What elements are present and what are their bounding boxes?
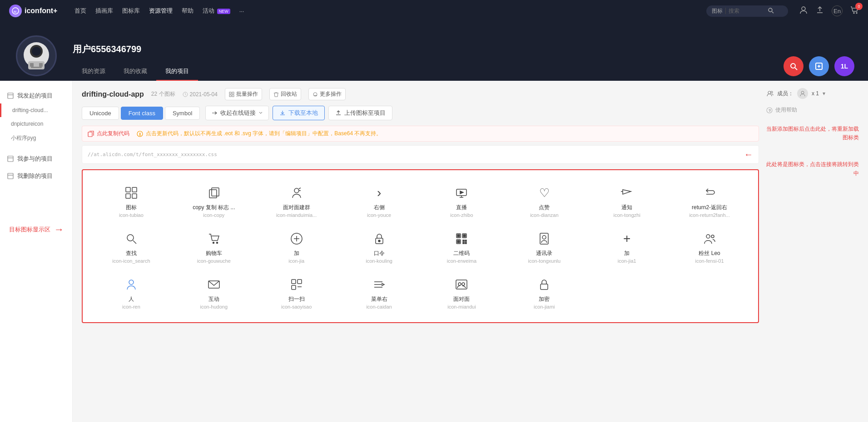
icon-item-scan[interactable]: 扫一扫 icon-saoyisao bbox=[255, 269, 338, 315]
icon-code-dianzan: icon-dianzan bbox=[530, 212, 558, 218]
icon-code-zhibo: icon-zhibo bbox=[450, 212, 473, 218]
upload-icon[interactable] bbox=[815, 5, 824, 17]
sidebar-item-joined-projects[interactable]: 我参与的项目 bbox=[0, 151, 72, 167]
svg-point-5 bbox=[853, 12, 854, 13]
members-label: 成员： bbox=[777, 90, 794, 98]
project-header: drifting-cloud-app 22 个图标 2021-05-04 批量操… bbox=[82, 88, 759, 100]
icon-item-mianduimia[interactable]: 面对面建群 icon-mianduimia... bbox=[255, 177, 338, 223]
icon-item-zhibo[interactable]: 直播 icon-zhibo bbox=[421, 177, 503, 223]
icon-symbol-search bbox=[124, 231, 138, 247]
sidebar-item-dnpictureicon[interactable]: dnpictureicon bbox=[0, 117, 72, 131]
icon-item-jia[interactable]: 加 icon-jia bbox=[255, 223, 338, 269]
sidebar-item-drifting-cloud[interactable]: drifting-cloud... bbox=[0, 103, 72, 117]
icon-item-erweima[interactable]: 二维码 icon-erweima bbox=[421, 223, 503, 269]
icon-symbol-fensi bbox=[703, 231, 716, 247]
search-type-select[interactable]: 图标 bbox=[712, 7, 723, 15]
icon-item-search[interactable]: 查找 icon-icon_search bbox=[90, 223, 173, 269]
icon-item-miandui[interactable]: 面对面 icon-miandui bbox=[421, 269, 503, 315]
sidebar-item-deleted-projects[interactable]: 我删除的项目 bbox=[0, 168, 72, 184]
svg-point-48 bbox=[127, 235, 134, 241]
svg-point-86 bbox=[801, 91, 804, 94]
tab-font-class[interactable]: Font class bbox=[121, 107, 163, 120]
tab-symbol[interactable]: Symbol bbox=[165, 107, 200, 120]
nav-activity[interactable]: 活动 NEW bbox=[203, 7, 230, 15]
svg-point-68 bbox=[542, 236, 546, 239]
svg-rect-61 bbox=[463, 235, 466, 237]
tab-my-projects[interactable]: 我的项目 bbox=[156, 63, 198, 81]
icon-item-copy[interactable]: copy 复制 标志 ... icon-copy bbox=[173, 177, 255, 223]
float-user-button[interactable]: 1L bbox=[834, 56, 854, 76]
svg-rect-37 bbox=[209, 190, 217, 198]
upload-icons-btn[interactable]: 上传图标至项目 bbox=[328, 106, 392, 120]
icon-item-hudong[interactable]: 互动 icon-hudong bbox=[173, 269, 255, 315]
link-dropdown[interactable]: 收起在线链接 bbox=[205, 106, 269, 120]
nav-icons[interactable]: 图标库 bbox=[122, 7, 140, 15]
user-icon[interactable] bbox=[799, 5, 808, 17]
icon-symbol-mianduimia bbox=[290, 185, 303, 201]
icon-name-mianduimia: 面对面建群 bbox=[283, 204, 310, 211]
float-search-button[interactable] bbox=[784, 56, 804, 76]
icon-area-container: 目标图标显示区 → 图标 icon-tubiao bbox=[82, 169, 759, 323]
nav-help[interactable]: 帮助 bbox=[182, 7, 193, 15]
tab-my-resources[interactable]: 我的资源 bbox=[73, 63, 114, 81]
icon-symbol-youce: › bbox=[377, 185, 381, 201]
icon-symbol-erweima bbox=[455, 231, 468, 247]
batch-action-btn[interactable]: 批量操作 bbox=[225, 88, 262, 100]
tab-my-favorites[interactable]: 我的收藏 bbox=[114, 63, 156, 81]
tab-unicode[interactable]: Unicode bbox=[82, 107, 119, 120]
icon-name-jiami: 加密 bbox=[539, 295, 550, 303]
icon-item-ren[interactable]: 人 icon-ren bbox=[90, 269, 173, 315]
download-btn[interactable]: 下载至本地 bbox=[273, 106, 325, 120]
icon-code-return2: icon-return2fanh... bbox=[689, 212, 729, 218]
search-divider bbox=[725, 8, 726, 14]
nav-home[interactable]: 首页 bbox=[74, 7, 86, 15]
profile-username: 用户6556346799 bbox=[73, 43, 868, 55]
svg-rect-26 bbox=[229, 95, 231, 97]
icon-item-tubiao[interactable]: 图标 icon-tubiao bbox=[90, 177, 173, 223]
help-btn[interactable]: ? 使用帮助 bbox=[766, 106, 859, 114]
icon-name-return2: return2-返回右 bbox=[692, 204, 727, 211]
right-panel: 成员： x 1 ▾ ? 使用帮助 当新添加图标后点击此处，将重新加载图标类 bbox=[759, 88, 859, 323]
project-count: 22 个图标 bbox=[151, 90, 175, 98]
nav-illustration[interactable]: 插画库 bbox=[95, 7, 113, 15]
copy-code-btn[interactable]: 点此复制代码 bbox=[88, 130, 129, 137]
nav-resources[interactable]: 资源管理 bbox=[149, 7, 173, 15]
logo[interactable]: ic iconfont+ bbox=[9, 5, 64, 17]
annotation-right1: 当新添加图标后点击此处，将重新加载图标类 bbox=[766, 125, 859, 142]
cart-badge: 0 bbox=[855, 3, 863, 10]
left-annotation: 目标图标显示区 → bbox=[9, 224, 64, 236]
svg-rect-24 bbox=[229, 92, 231, 94]
icon-name-menu: 菜单右 bbox=[371, 295, 387, 303]
icon-item-return2[interactable]: return2-返回右 icon-return2fanh... bbox=[668, 177, 751, 223]
icon-item-tongzhi[interactable]: 通知 icon-tongzhi bbox=[585, 177, 668, 223]
icon-symbol-scan bbox=[290, 276, 303, 293]
svg-point-4 bbox=[802, 7, 805, 10]
recycle-bin-btn[interactable]: 回收站 bbox=[269, 88, 301, 100]
svg-point-39 bbox=[294, 188, 299, 193]
icon-item-jia1[interactable]: + 加 icon-jia1 bbox=[585, 223, 668, 269]
icon-item-fensi[interactable]: 粉丝 Leo icon-fensi-01 bbox=[668, 223, 751, 269]
icon-code-kouling: icon-kouling bbox=[366, 258, 392, 264]
language-icon[interactable]: En bbox=[832, 5, 843, 16]
icon-item-dianzan[interactable]: ♡ 点赞 icon-dianzan bbox=[503, 177, 585, 223]
icon-symbol-kouling bbox=[372, 231, 386, 247]
cart-icon[interactable]: 0 bbox=[850, 5, 859, 17]
sidebar-item-my-projects[interactable]: 我发起的项目 bbox=[0, 88, 72, 103]
icon-item-jiami[interactable]: 加密 icon-jiami bbox=[503, 269, 585, 315]
nav-more[interactable]: ··· bbox=[239, 8, 244, 15]
icon-name-jia: 加 bbox=[294, 250, 299, 257]
float-upload-button[interactable] bbox=[809, 56, 829, 76]
search-icon[interactable] bbox=[768, 7, 774, 15]
icon-symbol-ren bbox=[124, 276, 138, 293]
icon-item-cart[interactable]: 购物车 icon-gouwuche bbox=[173, 223, 255, 269]
members-dropdown-icon[interactable]: ▾ bbox=[823, 90, 825, 97]
icon-item-menu[interactable]: 菜单右 icon-caidan bbox=[338, 269, 421, 315]
icon-item-tongxunlu[interactable]: 通讯录 icon-tongxunlu bbox=[503, 223, 585, 269]
more-actions-btn[interactable]: ... 更多操作 bbox=[308, 88, 346, 100]
icon-code-jia: icon-jia bbox=[288, 258, 304, 264]
search-input[interactable] bbox=[729, 8, 765, 14]
icon-item-kouling[interactable]: 口令 icon-kouling bbox=[338, 223, 421, 269]
sidebar-item-miniprogram[interactable]: 小程序pyg bbox=[0, 131, 72, 146]
icon-item-youce[interactable]: › 右侧 icon-youce bbox=[338, 177, 421, 223]
icon-name-cart: 购物车 bbox=[206, 250, 222, 257]
